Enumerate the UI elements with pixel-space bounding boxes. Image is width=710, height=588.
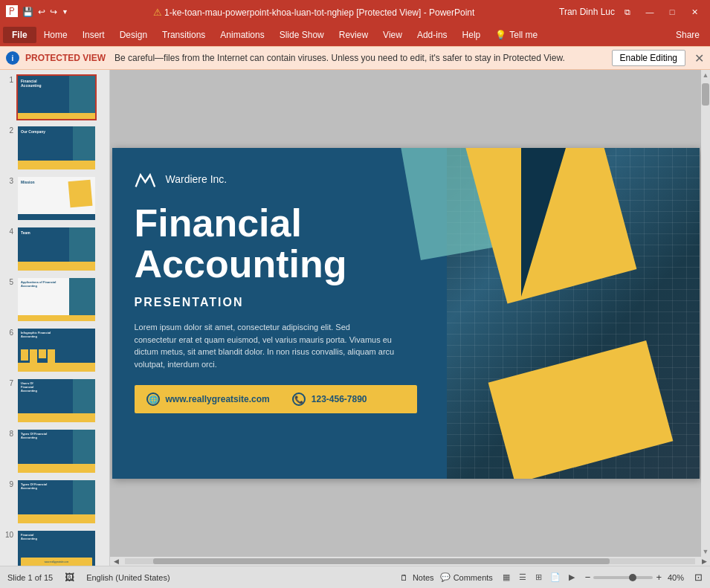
slide-thumb-3[interactable]: 3 Mission: [3, 175, 106, 222]
website-item: 🌐 www.reallygreatsite.com: [146, 392, 270, 406]
main-slide: Wardiere Inc. Financial Accounting PRESE…: [112, 148, 700, 479]
slide-image-9[interactable]: Types Of FinancialAccounting: [16, 479, 97, 525]
slide-image-6[interactable]: Infographic FinancialAccounting: [16, 327, 97, 373]
menu-animations[interactable]: Animations: [213, 27, 271, 43]
info-icon: i: [6, 51, 19, 65]
slide-thumb-2[interactable]: 2 Our Company: [3, 125, 106, 171]
slide-image-3[interactable]: Mission: [16, 175, 97, 222]
reading-view-btn[interactable]: 📄: [548, 572, 563, 584]
status-bar: Slide 1 of 15 🖼 English (United States) …: [0, 566, 710, 588]
window-title: ⚠ 1-ke-toan-mau-powerpoint-khoa-luan-tot…: [68, 7, 559, 18]
phone-item: 📞 123-456-7890: [292, 392, 367, 406]
outline-view-btn[interactable]: ☰: [515, 572, 530, 584]
slide-thumb-4[interactable]: 4 Team: [3, 226, 106, 272]
slide-image-10[interactable]: FinancialAccounting www.reallygreatsite.…: [16, 529, 97, 566]
scroll-track-horizontal: [125, 558, 695, 564]
quick-undo[interactable]: ↩: [38, 7, 45, 17]
company-name: Wardiere Inc.: [166, 173, 227, 185]
protected-close-button[interactable]: ✕: [694, 51, 704, 65]
slide-thumb-1[interactable]: 1 FinancialAccounting: [3, 74, 106, 120]
slideshow-view-btn[interactable]: ▶: [564, 572, 579, 584]
scroll-up-btn[interactable]: ▲: [701, 70, 710, 80]
main-area: 1 FinancialAccounting 2 Our Company: [0, 70, 710, 566]
quick-save[interactable]: 💾: [22, 7, 33, 17]
enable-editing-button[interactable]: Enable Editing: [612, 50, 685, 66]
slide-sorter-btn[interactable]: ⊞: [532, 572, 546, 584]
menu-addins[interactable]: Add-ins: [410, 27, 455, 43]
restore-btn[interactable]: ⧉: [618, 4, 637, 19]
zoom-track[interactable]: [593, 576, 653, 579]
menu-design[interactable]: Design: [112, 27, 155, 43]
menu-review[interactable]: Review: [332, 27, 375, 43]
slide-image-4[interactable]: Team: [16, 226, 97, 272]
notes-button[interactable]: 🗒 Notes: [400, 573, 434, 582]
protected-message: Be careful—files from the Internet can c…: [114, 53, 606, 63]
slide-icon: 🖼: [65, 572, 74, 583]
slide-thumb-7[interactable]: 7 Users OfFinancialAccounting: [3, 378, 106, 424]
slide-thumb-5[interactable]: 5 Applications of FinancialAccounting: [3, 277, 106, 323]
quick-customize[interactable]: ▼: [62, 8, 68, 16]
app-icon: 🅿: [6, 5, 18, 19]
zoom-control[interactable]: − +: [585, 572, 662, 583]
menu-slideshow[interactable]: Slide Show: [272, 27, 332, 43]
close-btn[interactable]: ✕: [685, 4, 704, 19]
title-bar: 🅿 💾 ↩ ↪ ▼ ⚠ 1-ke-toan-mau-powerpoint-kho…: [0, 0, 710, 24]
slide-title-line1: Financial: [135, 203, 447, 244]
logo-icon: [135, 170, 158, 188]
title-text: 1-ke-toan-mau-powerpoint-khoa-luan-tot-n…: [164, 7, 474, 18]
quick-redo[interactable]: ↪: [50, 7, 57, 17]
minimize-btn[interactable]: —: [640, 4, 659, 19]
language-display[interactable]: English (United States): [86, 573, 170, 582]
scroll-left-btn[interactable]: ◀: [110, 557, 122, 566]
menu-home[interactable]: Home: [36, 27, 75, 43]
slide-image-7[interactable]: Users OfFinancialAccounting: [16, 378, 97, 424]
horizontal-scrollbar[interactable]: ◀ ▶: [110, 557, 710, 566]
lightbulb-icon: 💡: [495, 30, 506, 40]
zoom-thumb[interactable]: [629, 574, 636, 581]
menu-bar: File Home Insert Design Transitions Anim…: [0, 24, 710, 46]
slide-thumb-9[interactable]: 9 Types Of FinancialAccounting: [3, 479, 106, 525]
slide-image-5[interactable]: Applications of FinancialAccounting: [16, 277, 97, 323]
slide-image-8[interactable]: Types Of FinancialAccounting: [16, 428, 97, 474]
phone-text: 123-456-7890: [312, 394, 367, 404]
user-info: Tran Dinh Luc ⧉ — □ ✕: [559, 4, 704, 19]
phone-icon: 📞: [292, 392, 306, 406]
menu-insert[interactable]: Insert: [75, 27, 112, 43]
scroll-thumb-vertical[interactable]: [702, 83, 709, 106]
normal-view-btn[interactable]: ▦: [499, 572, 514, 584]
zoom-percent[interactable]: 40%: [668, 573, 688, 582]
menu-help[interactable]: Help: [455, 27, 488, 43]
slide-subtitle: PRESENTATION: [135, 296, 447, 309]
scroll-right-btn[interactable]: ▶: [698, 557, 710, 566]
title-warning-icon: ⚠: [153, 7, 162, 18]
slide-title-line2: Accounting: [135, 244, 447, 285]
vertical-scrollbar[interactable]: ▲ ▼: [701, 70, 710, 557]
protected-label: PROTECTED VIEW: [25, 53, 106, 63]
dark-triangle: [521, 148, 566, 297]
slide-thumb-6[interactable]: 6 Infographic FinancialAccounting: [3, 327, 106, 373]
menu-file[interactable]: File: [3, 27, 36, 43]
slide-thumb-10[interactable]: 10 FinancialAccounting www.reallygreatsi…: [3, 529, 106, 566]
menu-tellme[interactable]: 💡 Tell me: [488, 27, 545, 43]
slide-logo: Wardiere Inc.: [135, 170, 447, 188]
slide-image-2[interactable]: Our Company: [16, 125, 97, 171]
comments-button[interactable]: 💬 Comments: [440, 572, 493, 582]
slide-description: Lorem ipsum dolor sit amet, consectetur …: [135, 321, 395, 370]
zoom-minus-btn[interactable]: −: [585, 572, 591, 583]
globe-icon: 🌐: [146, 392, 160, 406]
maximize-btn[interactable]: □: [662, 4, 682, 19]
slide-panel[interactable]: 1 FinancialAccounting 2 Our Company: [0, 70, 110, 566]
zoom-plus-btn[interactable]: +: [656, 572, 662, 583]
menu-view[interactable]: View: [375, 27, 410, 43]
scroll-down-btn[interactable]: ▼: [701, 546, 710, 557]
slide-workspace: Wardiere Inc. Financial Accounting PRESE…: [110, 70, 710, 566]
scroll-thumb-horizontal[interactable]: [153, 558, 610, 564]
slide-image-1[interactable]: FinancialAccounting: [16, 74, 97, 120]
slide-content-area: Wardiere Inc. Financial Accounting PRESE…: [110, 70, 701, 557]
slide-thumb-8[interactable]: 8 Types Of FinancialAccounting: [3, 428, 106, 474]
fit-slide-btn[interactable]: ⊡: [694, 572, 703, 583]
menu-share[interactable]: Share: [668, 27, 707, 43]
website-text: www.reallygreatsite.com: [166, 394, 270, 404]
menu-transitions[interactable]: Transitions: [155, 27, 213, 43]
slide-footer: 🌐 www.reallygreatsite.com 📞 123-456-7890: [135, 385, 417, 413]
